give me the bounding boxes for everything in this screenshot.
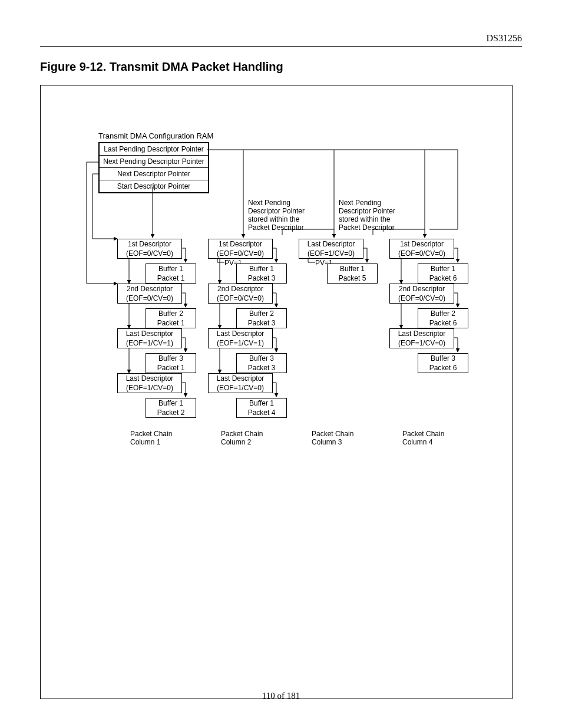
descriptor-box: 2nd Descriptor(EOF=0/CV=0) bbox=[117, 284, 182, 304]
descriptor-box: Last Descriptor(EOF=1/CV=0) bbox=[389, 328, 454, 348]
doc-id: DS31256 bbox=[487, 33, 522, 44]
cfg-row: Next Descriptor Pointer bbox=[100, 167, 208, 180]
descriptor-box: Last Descriptor(EOF=1/CV=1) bbox=[208, 328, 273, 348]
page-footer: 110 of 181 bbox=[0, 691, 562, 701]
buffer-box: Buffer 1Packet 5 bbox=[327, 263, 378, 284]
column-label: Packet Chain Column 3 bbox=[312, 430, 353, 446]
config-ram-title: Transmit DMA Configuration RAM bbox=[98, 131, 213, 140]
buffer-box: Buffer 1Packet 2 bbox=[146, 398, 196, 418]
descriptor-box: 1st Descriptor(EOF=0/CV=0) bbox=[389, 239, 454, 259]
buffer-box: Buffer 3Packet 3 bbox=[236, 353, 287, 373]
buffer-box: Buffer 1Packet 1 bbox=[146, 263, 196, 284]
buffer-box: Buffer 3Packet 1 bbox=[146, 353, 196, 373]
descriptor-box: Last Descriptor(EOF=1/CV=0) bbox=[299, 239, 363, 259]
buffer-box: Buffer 1Packet 4 bbox=[236, 398, 287, 418]
buffer-box: Buffer 3Packet 6 bbox=[418, 353, 468, 373]
column-label: Packet Chain Column 4 bbox=[402, 430, 444, 446]
buffer-box: Buffer 2Packet 3 bbox=[236, 308, 287, 328]
pending-note: Next Pending Descriptor Pointer stored w… bbox=[339, 199, 395, 232]
descriptor-box: 1st Descriptor(EOF=0/CV=0) bbox=[208, 239, 273, 259]
buffer-box: Buffer 1Packet 6 bbox=[418, 263, 468, 284]
figure-title: Figure 9-12. Transmit DMA Packet Handlin… bbox=[40, 60, 283, 74]
cfg-row: Next Pending Descriptor Pointer bbox=[100, 155, 208, 167]
pending-note: Next Pending Descriptor Pointer stored w… bbox=[248, 199, 305, 232]
descriptor-box: Last Descriptor(EOF=1/CV=0) bbox=[208, 373, 273, 393]
descriptor-box: Last Descriptor(EOF=1/CV=1) bbox=[117, 328, 182, 348]
buffer-box: Buffer 2Packet 1 bbox=[146, 308, 196, 328]
descriptor-box: 2nd Descriptor(EOF=0/CV=0) bbox=[389, 284, 454, 304]
buffer-box: Buffer 2Packet 6 bbox=[418, 308, 468, 328]
descriptor-box: 2nd Descriptor(EOF=0/CV=0) bbox=[208, 284, 273, 304]
column-label: Packet Chain Column 2 bbox=[221, 430, 263, 446]
figure-frame: Transmit DMA Configuration RAM Last Pend… bbox=[40, 85, 513, 699]
buffer-box: Buffer 1Packet 3 bbox=[236, 263, 287, 284]
header-rule bbox=[40, 46, 522, 47]
page: DS31256 Figure 9-12. Transmit DMA Packet… bbox=[0, 0, 562, 728]
descriptor-box: Last Descriptor(EOF=1/CV=0) bbox=[117, 373, 182, 393]
descriptor-box: 1st Descriptor(EOF=0/CV=0) bbox=[117, 239, 182, 259]
column-label: Packet Chain Column 1 bbox=[130, 430, 172, 446]
cfg-row: Start Descriptor Pointer bbox=[100, 180, 208, 192]
config-ram-stack: Last Pending Descriptor Pointer Next Pen… bbox=[98, 142, 209, 193]
cfg-row: Last Pending Descriptor Pointer bbox=[100, 143, 208, 155]
